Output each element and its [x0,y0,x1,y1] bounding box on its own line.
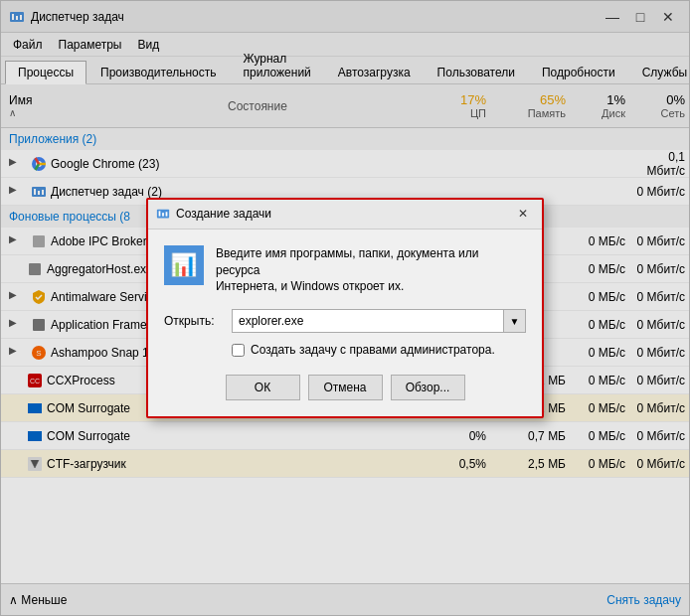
admin-checkbox[interactable] [232,344,245,357]
dialog-body: Введите имя программы, папки, документа … [148,230,542,416]
dialog-overlay: Создание задачи ✕ Введите имя программы,… [1,1,689,615]
browse-button[interactable]: Обзор... [391,375,465,400]
create-task-dialog: Создание задачи ✕ Введите имя программы,… [146,198,544,418]
open-label: Открыть: [164,314,224,328]
cancel-button[interactable]: Отмена [308,375,383,400]
dialog-checkbox-row: Создать задачу с правами администратора. [232,343,526,357]
open-input[interactable] [233,311,503,331]
dialog-field-row: Открыть: ▼ [164,309,526,333]
dialog-title-icon [156,207,170,221]
svg-rect-22 [162,213,164,217]
dialog-title-bar: Создание задачи ✕ [148,200,542,230]
admin-checkbox-label: Создать задачу с правами администратора. [251,343,495,357]
dialog-app-icon [164,245,204,285]
dropdown-button[interactable]: ▼ [503,310,525,332]
dialog-message-row: Введите имя программы, папки, документа … [164,245,526,295]
dialog-buttons: ОК Отмена Обзор... [164,371,526,400]
dialog-input-wrapper: ▼ [232,309,526,333]
svg-rect-23 [166,213,168,217]
dialog-title-text: Создание задачи [176,207,512,221]
dialog-close-button[interactable]: ✕ [512,204,534,224]
svg-rect-21 [159,212,161,217]
task-manager-window: Диспетчер задач — □ ✕ Файл Параметры Вид… [0,0,690,616]
ok-button[interactable]: ОК [226,375,300,400]
dialog-message-text: Введите имя программы, папки, документа … [216,245,526,295]
